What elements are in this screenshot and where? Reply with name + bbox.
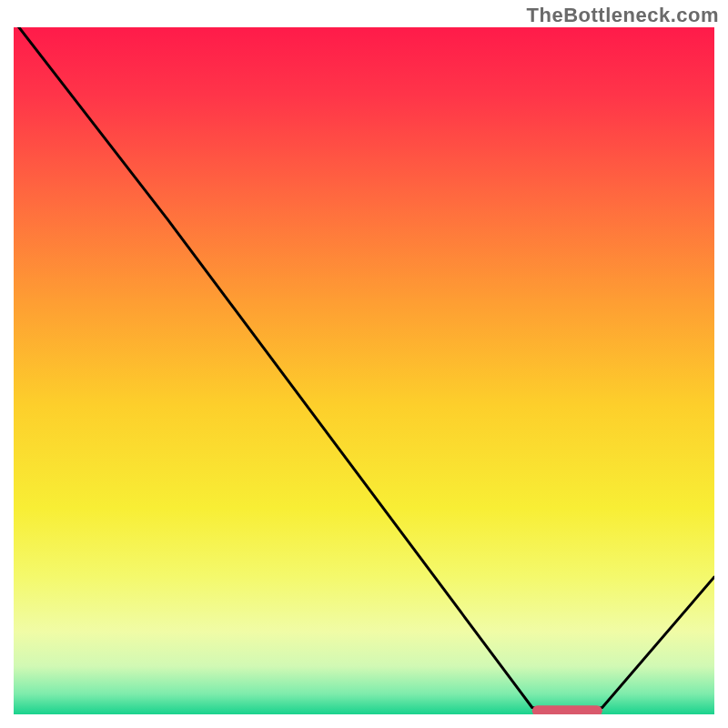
svg-rect-0 <box>14 27 714 714</box>
chart-wrapper: TheBottleneck.com <box>0 0 728 728</box>
watermark-text: TheBottleneck.com <box>527 4 719 27</box>
gradient-background <box>14 27 714 714</box>
plot-area <box>14 27 714 714</box>
